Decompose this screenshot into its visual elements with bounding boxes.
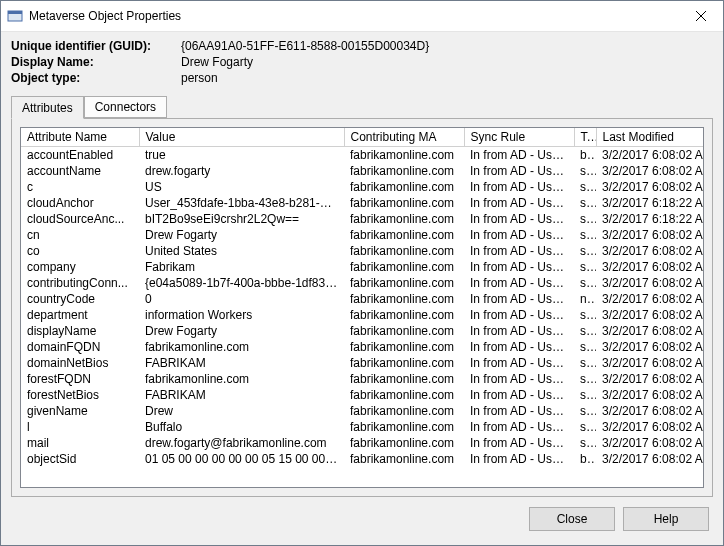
cell-modified: 3/2/2017 6:08:02 AM (596, 179, 703, 195)
cell-modified: 3/2/2017 6:18:22 AM (596, 195, 703, 211)
cell-attr: countryCode (21, 291, 139, 307)
display-name-value: Drew Fogarty (181, 54, 253, 70)
help-button[interactable]: Help (623, 507, 709, 531)
cell-rule: In from AD - User ... (464, 403, 574, 419)
cell-attr: objectSid (21, 451, 139, 467)
table-row[interactable]: forestFQDNfabrikamonline.comfabrikamonli… (21, 371, 703, 387)
table-row[interactable]: cloudAnchorUser_453fdafe-1bba-43e8-b281-… (21, 195, 703, 211)
cell-rule: In from AD - User ... (464, 339, 574, 355)
cell-t: s... (574, 307, 596, 323)
cell-attr: accountEnabled (21, 147, 139, 164)
tabstrip: Attributes Connectors (11, 96, 713, 118)
cell-rule: In from AD - User ... (464, 355, 574, 371)
cell-rule: In from AD - User ... (464, 387, 574, 403)
window-title: Metaverse Object Properties (29, 9, 678, 23)
svg-rect-1 (8, 11, 22, 14)
cell-value: 0 (139, 291, 344, 307)
cell-t: s... (574, 419, 596, 435)
cell-value: Drew Fogarty (139, 227, 344, 243)
display-name-label: Display Name: (11, 54, 181, 70)
cell-value: FABRIKAM (139, 387, 344, 403)
cell-modified: 3/2/2017 6:08:02 AM (596, 259, 703, 275)
cell-modified: 3/2/2017 6:08:02 AM (596, 451, 703, 467)
cell-attr: accountName (21, 163, 139, 179)
cell-rule: In from AD - User ... (464, 227, 574, 243)
cell-value: information Workers (139, 307, 344, 323)
column-attribute-name[interactable]: Attribute Name (21, 128, 139, 147)
cell-ma: fabrikamonline.com (344, 371, 464, 387)
table-row[interactable]: objectSid01 05 00 00 00 00 00 05 15 00 0… (21, 451, 703, 467)
table-row[interactable]: cnDrew Fogartyfabrikamonline.comIn from … (21, 227, 703, 243)
cell-modified: 3/2/2017 6:08:02 AM (596, 243, 703, 259)
cell-t: b... (574, 451, 596, 467)
cell-rule: In from AD - User ... (464, 291, 574, 307)
table-row[interactable]: forestNetBiosFABRIKAMfabrikamonline.comI… (21, 387, 703, 403)
column-last-modified[interactable]: Last Modified (596, 128, 703, 147)
cell-attr: contributingConn... (21, 275, 139, 291)
cell-modified: 3/2/2017 6:08:02 AM (596, 307, 703, 323)
cell-rule: In from AD - User ... (464, 179, 574, 195)
cell-ma: fabrikamonline.com (344, 291, 464, 307)
cell-ma: fabrikamonline.com (344, 355, 464, 371)
cell-rule: In from AD - User ... (464, 435, 574, 451)
table-row[interactable]: cloudSourceAnc...bIT2Bo9seEi9crshr2L2Qw=… (21, 211, 703, 227)
attribute-listview[interactable]: Attribute Name Value Contributing MA Syn… (20, 127, 704, 488)
table-row[interactable]: countryCode0fabrikamonline.comIn from AD… (21, 291, 703, 307)
table-row[interactable]: maildrew.fogarty@fabrikamonline.comfabri… (21, 435, 703, 451)
cell-t: s... (574, 259, 596, 275)
table-row[interactable]: lBuffalofabrikamonline.comIn from AD - U… (21, 419, 703, 435)
cell-ma: fabrikamonline.com (344, 339, 464, 355)
cell-rule: In from AD - User ... (464, 275, 574, 291)
column-type[interactable]: T... (574, 128, 596, 147)
cell-modified: 3/2/2017 6:08:02 AM (596, 275, 703, 291)
cell-rule: In from AD - User ... (464, 163, 574, 179)
cell-rule: In from AD - User ... (464, 307, 574, 323)
table-row[interactable]: companyFabrikamfabrikamonline.comIn from… (21, 259, 703, 275)
cell-modified: 3/2/2017 6:08:02 AM (596, 419, 703, 435)
cell-modified: 3/2/2017 6:08:02 AM (596, 371, 703, 387)
cell-ma: fabrikamonline.com (344, 275, 464, 291)
guid-label: Unique identifier (GUID): (11, 38, 181, 54)
cell-modified: 3/2/2017 6:08:02 AM (596, 147, 703, 164)
cell-ma: fabrikamonline.com (344, 227, 464, 243)
cell-attr: displayName (21, 323, 139, 339)
app-icon (7, 8, 23, 24)
object-type-label: Object type: (11, 70, 181, 86)
close-window-button[interactable] (678, 1, 723, 31)
column-sync-rule[interactable]: Sync Rule (464, 128, 574, 147)
table-row[interactable]: accountEnabledtruefabrikamonline.comIn f… (21, 147, 703, 164)
cell-attr: forestNetBios (21, 387, 139, 403)
tab-pane-attributes: Attribute Name Value Contributing MA Syn… (11, 118, 713, 497)
cell-rule: In from AD - User ... (464, 211, 574, 227)
cell-attr: company (21, 259, 139, 275)
cell-value: US (139, 179, 344, 195)
cell-t: s... (574, 387, 596, 403)
table-row[interactable]: accountNamedrew.fogartyfabrikamonline.co… (21, 163, 703, 179)
table-row[interactable]: givenNameDrewfabrikamonline.comIn from A… (21, 403, 703, 419)
cell-ma: fabrikamonline.com (344, 211, 464, 227)
table-row[interactable]: domainNetBiosFABRIKAMfabrikamonline.comI… (21, 355, 703, 371)
table-row[interactable]: departmentinformation Workersfabrikamonl… (21, 307, 703, 323)
table-row[interactable]: displayNameDrew Fogartyfabrikamonline.co… (21, 323, 703, 339)
table-row[interactable]: domainFQDNfabrikamonline.comfabrikamonli… (21, 339, 703, 355)
column-value[interactable]: Value (139, 128, 344, 147)
cell-value: drew.fogarty (139, 163, 344, 179)
table-row[interactable]: coUnited Statesfabrikamonline.comIn from… (21, 243, 703, 259)
cell-t: s... (574, 243, 596, 259)
cell-attr: cloudAnchor (21, 195, 139, 211)
close-button[interactable]: Close (529, 507, 615, 531)
cell-value: true (139, 147, 344, 164)
column-contributing-ma[interactable]: Contributing MA (344, 128, 464, 147)
cell-ma: fabrikamonline.com (344, 435, 464, 451)
cell-t: s... (574, 435, 596, 451)
table-row[interactable]: cUSfabrikamonline.comIn from AD - User .… (21, 179, 703, 195)
cell-modified: 3/2/2017 6:08:02 AM (596, 339, 703, 355)
dialog-button-row: Close Help (1, 497, 723, 545)
cell-attr: co (21, 243, 139, 259)
cell-attr: forestFQDN (21, 371, 139, 387)
tab-connectors[interactable]: Connectors (84, 96, 167, 118)
table-row[interactable]: contributingConn...{e04a5089-1b7f-400a-b… (21, 275, 703, 291)
tab-attributes[interactable]: Attributes (11, 96, 84, 119)
cell-ma: fabrikamonline.com (344, 323, 464, 339)
cell-attr: cn (21, 227, 139, 243)
